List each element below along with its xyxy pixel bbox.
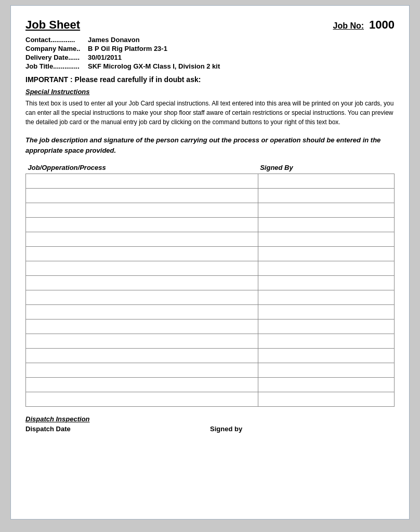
table-row	[26, 320, 395, 334]
job-cell[interactable]	[26, 276, 258, 290]
signed-cell[interactable]	[258, 305, 394, 320]
table-row	[26, 174, 395, 189]
info-label: Job Title..............	[25, 62, 88, 70]
dispatch-row: Dispatch Date Signed by	[25, 425, 395, 433]
table-row	[26, 218, 395, 232]
table-row	[26, 261, 395, 276]
job-cell[interactable]	[26, 378, 258, 392]
col-signed-header: Signed By	[258, 163, 394, 174]
job-cell[interactable]	[26, 305, 258, 320]
info-label: Company Name..	[25, 45, 88, 52]
signed-cell[interactable]	[258, 174, 394, 189]
signed-cell[interactable]	[258, 276, 394, 290]
signed-cell[interactable]	[258, 247, 394, 261]
table-row	[26, 378, 395, 392]
table-row	[26, 305, 395, 320]
instructions-body: This text box is used to enter all your …	[25, 99, 395, 127]
special-instructions-label: Special Instructions	[25, 88, 395, 96]
table-row	[26, 290, 395, 305]
job-no-label: Job No:	[333, 21, 364, 31]
job-cell[interactable]	[26, 174, 258, 189]
table-row	[26, 349, 395, 363]
signed-cell[interactable]	[258, 320, 394, 334]
info-value: B P Oil Rig Platform 23-1	[88, 45, 167, 52]
job-sheet-page: Job Sheet Job No: 1000 Contact..........…	[10, 5, 410, 520]
job-cell[interactable]	[26, 320, 258, 334]
info-value: 30/01/2011	[88, 54, 122, 61]
job-cell[interactable]	[26, 218, 258, 232]
job-cell[interactable]	[26, 392, 258, 407]
signed-cell[interactable]	[258, 290, 394, 305]
job-cell[interactable]	[26, 247, 258, 261]
signature-notice: The job description and signature of the…	[25, 135, 395, 155]
dispatch-signed-label: Signed by	[210, 425, 395, 433]
dispatch-section: Dispatch Inspection Dispatch Date Signed…	[25, 415, 395, 433]
job-cell[interactable]	[26, 189, 258, 203]
info-label: Delivery Date......	[25, 54, 88, 61]
signed-cell[interactable]	[258, 363, 394, 378]
info-table: Contact.............James DonavonCompany…	[25, 36, 395, 70]
col-job-header: Job/Opperation/Process	[26, 163, 258, 174]
table-row	[26, 334, 395, 349]
page-title: Job Sheet	[25, 18, 80, 32]
table-row	[26, 203, 395, 218]
dispatch-label: Dispatch Inspection	[25, 415, 395, 423]
info-row: Delivery Date......30/01/2011	[25, 54, 395, 61]
job-cell[interactable]	[26, 290, 258, 305]
info-label: Contact.............	[25, 36, 88, 44]
info-value: James Donavon	[88, 36, 140, 44]
header-row: Job Sheet Job No: 1000	[25, 18, 395, 32]
table-row	[26, 392, 395, 407]
signed-cell[interactable]	[258, 203, 394, 218]
job-no-value: 1000	[369, 18, 395, 32]
table-row	[26, 363, 395, 378]
signed-cell[interactable]	[258, 261, 394, 276]
info-row: Job Title..............SKF Microlog GX-M…	[25, 62, 395, 70]
signed-cell[interactable]	[258, 189, 394, 203]
signed-cell[interactable]	[258, 378, 394, 392]
table-row	[26, 276, 395, 290]
job-cell[interactable]	[26, 334, 258, 349]
job-cell[interactable]	[26, 349, 258, 363]
operations-table: Job/Opperation/Process Signed By	[25, 163, 395, 407]
job-no-section: Job No: 1000	[333, 18, 395, 32]
info-row: Company Name..B P Oil Rig Platform 23-1	[25, 45, 395, 52]
table-row	[26, 232, 395, 247]
signed-cell[interactable]	[258, 392, 394, 407]
signed-cell[interactable]	[258, 218, 394, 232]
job-cell[interactable]	[26, 232, 258, 247]
info-value: SKF Microlog GX-M Class I, Division 2 ki…	[88, 62, 220, 70]
important-text: IMPORTANT : Please read carefully if in …	[25, 75, 395, 84]
job-cell[interactable]	[26, 203, 258, 218]
signed-cell[interactable]	[258, 232, 394, 247]
table-row	[26, 189, 395, 203]
signed-cell[interactable]	[258, 349, 394, 363]
info-row: Contact.............James Donavon	[25, 36, 395, 44]
dispatch-date-label: Dispatch Date	[25, 425, 210, 433]
job-cell[interactable]	[26, 363, 258, 378]
table-row	[26, 247, 395, 261]
job-cell[interactable]	[26, 261, 258, 276]
signed-cell[interactable]	[258, 334, 394, 349]
